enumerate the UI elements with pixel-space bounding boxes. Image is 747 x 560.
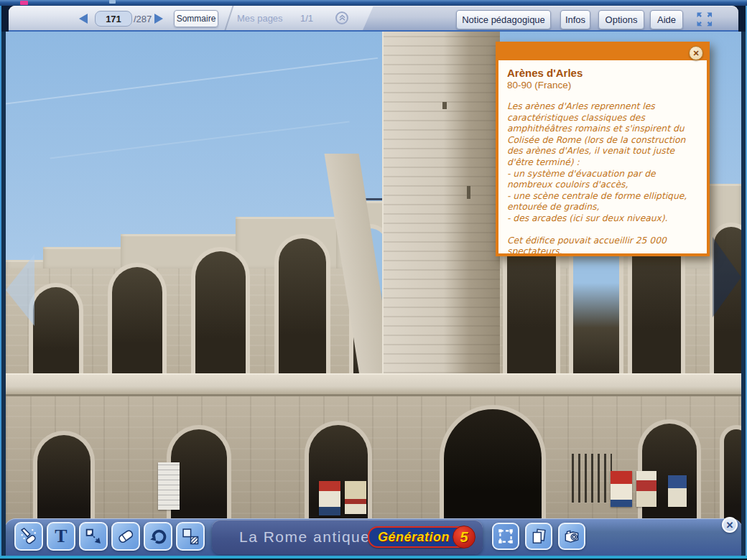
photo-next-page-arrow[interactable] bbox=[713, 237, 741, 317]
window-titlebar bbox=[0, 0, 747, 6]
duplicate-pages-icon bbox=[529, 527, 548, 546]
move-resize-tool-button[interactable] bbox=[79, 522, 108, 551]
poster bbox=[345, 481, 366, 514]
double-chevron-up-icon bbox=[338, 14, 346, 22]
popup-bullet: - un système d'évacuation par de nombreu… bbox=[507, 169, 698, 191]
move-resize-icon bbox=[83, 526, 103, 546]
titlebar-decoration bbox=[109, 0, 116, 4]
popup-paragraph: Les arènes d'Arles reprennent les caract… bbox=[507, 101, 698, 169]
book-title: La Rome antique bbox=[239, 528, 370, 546]
mask-shapes-tool-button[interactable] bbox=[176, 522, 205, 551]
poster bbox=[636, 471, 656, 507]
fullscreen-button[interactable] bbox=[695, 11, 714, 28]
popup-paragraph: Cet édifice pouvait accueillir 25 000 sp… bbox=[507, 235, 698, 253]
eraser-icon bbox=[116, 526, 136, 546]
eraser-tool-button[interactable] bbox=[111, 522, 140, 551]
text-tool-icon: T bbox=[55, 527, 67, 546]
popup-title: Arènes d'Arles bbox=[507, 67, 698, 79]
aide-button[interactable]: Aide bbox=[650, 10, 683, 29]
infos-button[interactable]: Infos bbox=[560, 10, 590, 29]
pen-tool-button[interactable] bbox=[14, 522, 43, 551]
expand-arrows-icon bbox=[695, 11, 714, 28]
inner-border-left bbox=[1, 32, 6, 557]
popup-body: Arènes d'Arles 80-90 (France) Les arènes… bbox=[498, 60, 707, 253]
snapshot-camera-tool-button[interactable] bbox=[558, 523, 585, 550]
book-page-photo: ✕ Arènes d'Arles 80-90 (France) Les arèn… bbox=[6, 32, 741, 557]
upper-arch bbox=[29, 283, 83, 376]
undo-arrow-icon bbox=[148, 526, 168, 546]
upper-arch bbox=[191, 247, 250, 376]
iron-fence bbox=[572, 454, 612, 503]
book-title-plate: La Rome antique Génération 5 bbox=[212, 520, 483, 554]
collapse-toolbar-button[interactable] bbox=[335, 11, 348, 24]
logo-number: 5 bbox=[460, 529, 468, 546]
camera-icon bbox=[562, 527, 581, 546]
logo-text: Génération bbox=[378, 530, 450, 545]
sky-contrail bbox=[50, 121, 349, 159]
top-navigation-bar: /287 Sommaire Mes pages 1/1 Notice pédag… bbox=[9, 6, 738, 32]
poster bbox=[668, 475, 687, 507]
options-button[interactable]: Options bbox=[598, 10, 644, 29]
popup-header bbox=[498, 45, 707, 60]
undo-tool-button[interactable] bbox=[144, 522, 172, 551]
pen-marker-icon bbox=[19, 526, 39, 546]
selection-rectangle-icon bbox=[496, 527, 515, 546]
tower-window-slit bbox=[442, 102, 447, 109]
previous-page-button[interactable] bbox=[79, 14, 88, 24]
text-tool-button[interactable]: T bbox=[47, 522, 75, 551]
tower-window-slit bbox=[467, 186, 470, 199]
close-x-icon: ✕ bbox=[726, 520, 734, 531]
popup-bullet: - des arcades (ici sur deux niveaux). bbox=[507, 213, 698, 225]
photo-prev-page-arrow[interactable] bbox=[6, 254, 34, 326]
popup-subtitle: 80-90 (France) bbox=[507, 80, 698, 90]
next-page-button[interactable] bbox=[154, 14, 163, 24]
poster bbox=[611, 471, 632, 507]
logo-number-badge: 5 bbox=[453, 526, 475, 549]
upper-arch bbox=[108, 263, 167, 376]
notice-pedagogique-button[interactable]: Notice pédagogique bbox=[456, 10, 551, 29]
info-popup: ✕ Arènes d'Arles 80-90 (France) Les arèn… bbox=[496, 42, 710, 256]
sky-contrail bbox=[6, 57, 378, 108]
page-total-label: /287 bbox=[134, 14, 152, 24]
poster bbox=[319, 481, 340, 515]
popup-close-button[interactable]: ✕ bbox=[689, 46, 703, 60]
tab-sommaire[interactable]: Sommaire bbox=[174, 10, 218, 27]
stone-tower bbox=[382, 32, 500, 373]
close-toolbar-button[interactable]: ✕ bbox=[722, 517, 738, 533]
page-number-input[interactable] bbox=[95, 11, 132, 27]
information-sign bbox=[158, 462, 180, 510]
upper-arch bbox=[274, 234, 330, 376]
popup-bullet: - une scène centrale de forme elliptique… bbox=[507, 191, 698, 213]
generation5-logo: Génération 5 bbox=[368, 526, 475, 549]
close-x-icon: ✕ bbox=[692, 49, 699, 58]
mask-shapes-icon bbox=[180, 526, 200, 546]
window-border-left bbox=[0, 6, 1, 560]
duplicate-page-tool-button[interactable] bbox=[525, 523, 552, 550]
cornice-band bbox=[6, 373, 741, 396]
mes-pages-count: 1/1 bbox=[300, 13, 313, 24]
app-icon bbox=[20, 1, 28, 5]
tab-mes-pages[interactable]: Mes pages bbox=[237, 13, 283, 24]
selection-capture-tool-button[interactable] bbox=[492, 523, 519, 550]
